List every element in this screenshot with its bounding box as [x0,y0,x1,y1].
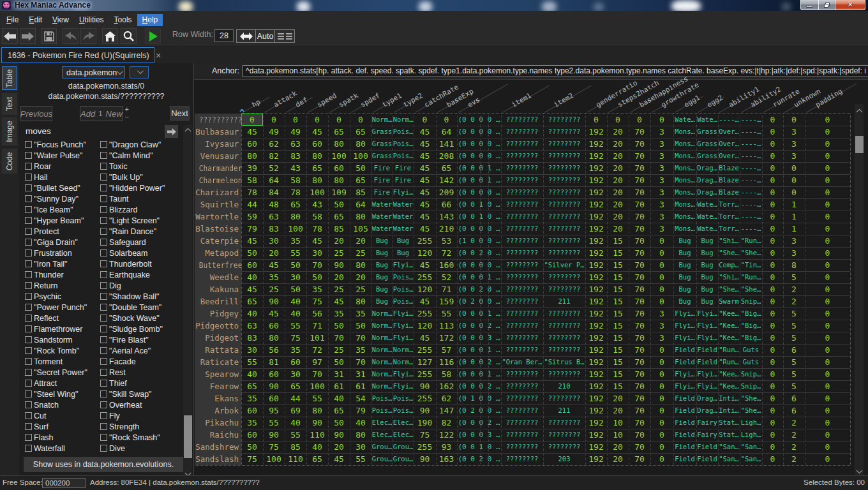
table-cell[interactable]: Pois… [371,405,393,417]
table-cell[interactable]: 40 [306,441,328,453]
table-cell[interactable]: 45 [414,198,436,211]
table-cell[interactable]: 80 [306,174,328,186]
table-cell[interactable]: 120 [414,247,436,259]
table-cell[interactable]: 58 [306,211,328,223]
table-cell[interactable]: 45 [306,126,328,138]
table-cell[interactable]: 43 [306,198,328,211]
table-cell[interactable]: Elec… [393,417,414,429]
table-cell[interactable]: 192 [585,392,607,405]
table-cell[interactable]: 90 [263,295,285,308]
table-cell[interactable]: 60 [263,320,285,332]
table-cell[interactable]: 0 [762,332,783,344]
table-cell[interactable]: 120 [414,283,436,295]
table-cell[interactable]: ???????? [543,429,585,441]
table-cell[interactable]: 211 [543,295,585,308]
table-cell[interactable]: 0 [762,271,783,283]
table-cell[interactable]: 0 [650,392,673,405]
table-cell[interactable]: 63 [263,211,285,223]
table-cell[interactable]: 105 [350,223,371,235]
table-cell[interactable]: 0 [762,441,783,453]
table-cell[interactable]: 20 [328,235,350,247]
table-cell[interactable]: "Silver P… [543,259,585,271]
document-tab[interactable]: 1636 - Pokemon Fire Red (U)(Squirrels) ✕ [1,47,154,63]
table-cell[interactable]: 0 [805,405,850,417]
table-cell[interactable]: 0 [805,247,850,259]
table-cell[interactable]: 70 [328,332,350,344]
table-cell[interactable]: 159 [436,295,457,308]
table-cell[interactable]: 192 [585,405,607,417]
moves-scrollbar-thumb[interactable] [184,415,192,458]
table-cell[interactable]: Water [371,211,393,223]
move-checkbox[interactable] [100,282,107,289]
table-cell[interactable]: Wate… [673,114,696,126]
close-button[interactable]: ✕ [835,0,865,10]
table-cell[interactable]: ???????? [543,174,585,186]
table-cell[interactable]: Drag… [696,186,718,198]
table-cell[interactable]: Mons… [673,211,696,223]
table-cell[interactable]: Guts [740,356,762,368]
table-cell[interactable]: Bug [371,247,393,259]
table-cell[interactable]: Wate… [696,211,718,223]
table-cell[interactable]: 70 [629,186,650,198]
table-cell[interactable]: 0 [805,368,850,380]
table-scrollbar-thumb[interactable] [855,136,864,153]
sidebar-tab-image[interactable]: Image [2,117,17,145]
table-cell[interactable]: ???????? [543,283,585,295]
table-cell[interactable]: 90 [263,380,285,392]
table-cell[interactable]: ???????? [543,332,585,344]
table-cell[interactable]: Pois… [393,295,414,308]
table-cell[interactable]: ???????? [501,308,543,320]
table-cell[interactable]: 44 [285,392,306,405]
table-cell[interactable]: 0 [805,392,850,405]
table-cell[interactable]: 5 [783,380,805,392]
table-cell[interactable]: Bug [696,283,718,295]
table-cell[interactable]: 55 [241,356,263,368]
table-cell[interactable]: 0 [585,114,607,126]
table-cell[interactable]: Flyi… [393,320,414,332]
table-cell[interactable]: 3 [650,186,673,198]
table-cell[interactable]: Water [393,223,414,235]
row-header[interactable]: Charmeleon [199,174,239,186]
table-cell[interactable]: Grou… [393,453,414,465]
table-cell[interactable]: Torr… [718,198,740,211]
table-cell[interactable]: 0 [805,332,850,344]
row-header[interactable]: Charmander [199,162,239,174]
table-cell[interactable]: 0 [805,295,850,308]
table-cell[interactable]: 40 [241,308,263,320]
table-cell[interactable]: 122 [436,429,457,441]
table-cell[interactable]: Norm… [371,320,393,332]
table-cell[interactable]: 40 [285,308,306,320]
table-cell[interactable]: 0 [762,368,783,380]
row-header[interactable]: Beedrill [195,295,239,308]
table-cell[interactable]: (0 0 1 0 … [457,211,501,223]
table-cell[interactable]: 83 [263,223,285,235]
table-cell[interactable]: 0 [805,417,850,429]
move-checkbox[interactable] [100,239,107,246]
table-cell[interactable]: ???????? [543,186,585,198]
table-cell[interactable]: Pois… [393,405,414,417]
table-cell[interactable]: ???????? [543,320,585,332]
move-checkbox[interactable] [25,325,32,332]
table-cell[interactable]: ----… [740,126,762,138]
table-cell[interactable]: (0 0 0 3 … [457,332,501,344]
table-cell[interactable]: 192 [585,138,607,150]
table-cell[interactable]: Drag… [696,405,718,417]
table-cell[interactable]: 15 [607,308,629,320]
table-cell[interactable]: Torr… [718,223,740,235]
table-cell[interactable]: 70 [629,223,650,235]
table-cell[interactable]: 85 [350,186,371,198]
table-cell[interactable]: 208 [436,150,457,162]
table-cell[interactable]: Mons… [673,126,696,138]
table-cell[interactable]: 35 [241,392,263,405]
table-cell[interactable]: ----… [740,186,762,198]
undo-button[interactable] [63,28,79,44]
table-cell[interactable]: 31 [328,368,350,380]
table-cell[interactable]: Bug [673,259,696,271]
table-cell[interactable]: 81 [263,356,285,368]
table-cell[interactable]: 79 [241,223,263,235]
table-cell[interactable]: 3 [783,126,805,138]
table-cell[interactable]: ???????? [501,247,543,259]
table-cell[interactable]: Stat… [718,417,740,429]
table-cell[interactable]: 0 [805,198,850,211]
table-cell[interactable]: 113 [436,320,457,332]
